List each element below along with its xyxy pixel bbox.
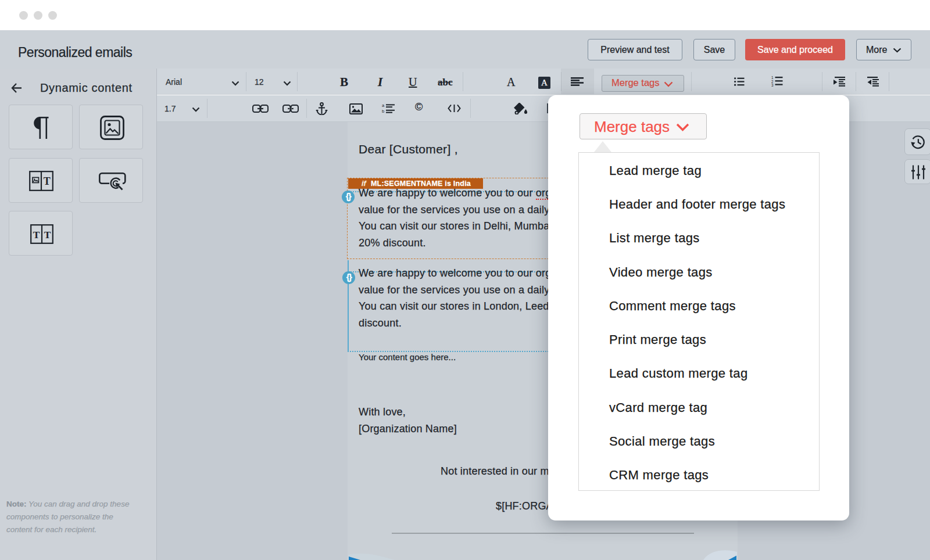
svg-text:3: 3 bbox=[771, 83, 774, 87]
svg-text:T: T bbox=[33, 229, 40, 240]
svg-text:b: b bbox=[382, 109, 384, 114]
svg-text:T: T bbox=[44, 229, 51, 240]
svg-text:a: a bbox=[382, 103, 385, 108]
svg-text:T: T bbox=[44, 175, 51, 187]
